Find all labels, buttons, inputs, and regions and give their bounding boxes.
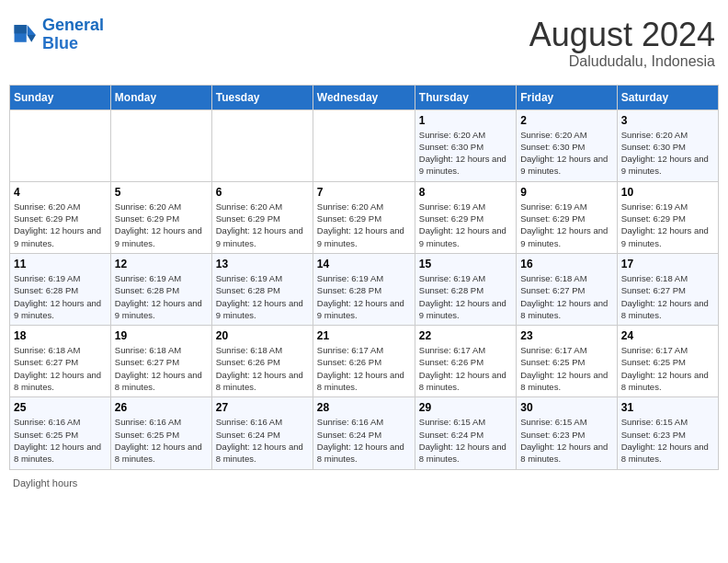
svg-rect-4 [15,25,27,33]
day-number: 31 [621,401,714,414]
subtitle: Dalududalu, Indonesia [529,53,715,70]
calendar-day-header: Monday [110,85,211,109]
day-info: Sunrise: 6:15 AM Sunset: 6:23 PM Dayligh… [621,416,714,465]
day-info: Sunrise: 6:16 AM Sunset: 6:25 PM Dayligh… [115,416,208,465]
calendar-day-header: Saturday [617,85,718,109]
day-number: 1 [419,114,512,127]
calendar-day-header: Sunday [10,85,111,109]
day-info: Sunrise: 6:20 AM Sunset: 6:29 PM Dayligh… [216,201,309,249]
day-number: 9 [520,186,612,199]
calendar-cell: 2Sunrise: 6:20 AM Sunset: 6:30 PM Daylig… [517,109,617,181]
logo-line1: General [42,16,104,34]
calendar-cell [110,109,211,181]
calendar-day-header: Friday [517,85,617,109]
header: General Blue August 2024 Dalududalu, Ind… [9,9,719,77]
calendar-cell: 17Sunrise: 6:18 AM Sunset: 6:27 PM Dayli… [617,253,718,325]
calendar-cell: 11Sunrise: 6:19 AM Sunset: 6:28 PM Dayli… [10,253,111,325]
day-number: 4 [14,186,107,199]
day-number: 26 [115,401,208,414]
day-number: 3 [621,114,714,127]
day-info: Sunrise: 6:17 AM Sunset: 6:26 PM Dayligh… [317,344,411,393]
footer-label: Daylight hours [13,477,77,488]
calendar-cell: 18Sunrise: 6:18 AM Sunset: 6:27 PM Dayli… [10,326,111,397]
day-number: 25 [14,401,107,414]
calendar-week-row: 4Sunrise: 6:20 AM Sunset: 6:29 PM Daylig… [10,181,719,253]
day-info: Sunrise: 6:15 AM Sunset: 6:24 PM Dayligh… [419,416,512,465]
day-number: 24 [621,329,714,342]
day-info: Sunrise: 6:19 AM Sunset: 6:28 PM Dayligh… [14,272,107,321]
day-info: Sunrise: 6:20 AM Sunset: 6:30 PM Dayligh… [520,129,612,178]
calendar-week-row: 25Sunrise: 6:16 AM Sunset: 6:25 PM Dayli… [10,397,719,469]
month-title: August 2024 [529,17,715,53]
day-number: 12 [115,258,208,270]
day-number: 13 [216,258,309,270]
day-number: 22 [419,329,512,342]
day-info: Sunrise: 6:20 AM Sunset: 6:29 PM Dayligh… [115,201,208,249]
calendar-cell: 13Sunrise: 6:19 AM Sunset: 6:28 PM Dayli… [211,253,313,325]
day-number: 18 [14,329,107,342]
day-info: Sunrise: 6:16 AM Sunset: 6:25 PM Dayligh… [14,416,107,465]
day-info: Sunrise: 6:19 AM Sunset: 6:29 PM Dayligh… [419,201,512,249]
calendar-cell [211,109,313,181]
calendar-cell: 4Sunrise: 6:20 AM Sunset: 6:29 PM Daylig… [10,181,111,253]
day-info: Sunrise: 6:18 AM Sunset: 6:26 PM Dayligh… [216,344,309,393]
day-number: 14 [317,258,411,270]
calendar-week-row: 1Sunrise: 6:20 AM Sunset: 6:30 PM Daylig… [10,109,719,181]
calendar-week-row: 11Sunrise: 6:19 AM Sunset: 6:28 PM Dayli… [10,253,719,325]
day-info: Sunrise: 6:19 AM Sunset: 6:28 PM Dayligh… [419,272,512,321]
calendar-cell: 28Sunrise: 6:16 AM Sunset: 6:24 PM Dayli… [313,397,415,469]
day-number: 19 [115,329,208,342]
footer: Daylight hours [9,477,719,488]
logo-line2: Blue [42,34,78,52]
day-info: Sunrise: 6:19 AM Sunset: 6:29 PM Dayligh… [520,201,612,249]
day-number: 27 [216,401,309,414]
calendar-cell: 25Sunrise: 6:16 AM Sunset: 6:25 PM Dayli… [10,397,111,469]
calendar-cell: 29Sunrise: 6:15 AM Sunset: 6:24 PM Dayli… [415,397,516,469]
day-number: 29 [419,401,512,414]
calendar-cell: 21Sunrise: 6:17 AM Sunset: 6:26 PM Dayli… [313,326,415,397]
day-number: 17 [621,258,714,270]
calendar-cell: 15Sunrise: 6:19 AM Sunset: 6:28 PM Dayli… [415,253,516,325]
calendar-day-header: Wednesday [313,85,415,109]
day-info: Sunrise: 6:18 AM Sunset: 6:27 PM Dayligh… [520,272,612,321]
day-info: Sunrise: 6:16 AM Sunset: 6:24 PM Dayligh… [317,416,411,465]
calendar-cell: 5Sunrise: 6:20 AM Sunset: 6:29 PM Daylig… [110,181,211,253]
calendar-header-row: SundayMondayTuesdayWednesdayThursdayFrid… [10,85,719,109]
day-info: Sunrise: 6:20 AM Sunset: 6:29 PM Dayligh… [317,201,411,249]
day-number: 23 [520,329,612,342]
day-info: Sunrise: 6:19 AM Sunset: 6:28 PM Dayligh… [216,272,309,321]
calendar-day-header: Tuesday [211,85,313,109]
calendar-cell: 19Sunrise: 6:18 AM Sunset: 6:27 PM Dayli… [110,326,211,397]
day-number: 6 [216,186,309,199]
calendar-day-header: Thursday [415,85,516,109]
day-number: 5 [115,186,208,199]
day-info: Sunrise: 6:17 AM Sunset: 6:25 PM Dayligh… [520,344,612,393]
calendar-cell: 8Sunrise: 6:19 AM Sunset: 6:29 PM Daylig… [415,181,516,253]
calendar-cell: 9Sunrise: 6:19 AM Sunset: 6:29 PM Daylig… [517,181,617,253]
day-info: Sunrise: 6:20 AM Sunset: 6:30 PM Dayligh… [419,129,512,178]
calendar-cell: 31Sunrise: 6:15 AM Sunset: 6:23 PM Dayli… [617,397,718,469]
calendar-cell [10,109,111,181]
calendar-cell: 23Sunrise: 6:17 AM Sunset: 6:25 PM Dayli… [517,326,617,397]
day-number: 10 [621,186,714,199]
day-number: 20 [216,329,309,342]
day-info: Sunrise: 6:17 AM Sunset: 6:26 PM Dayligh… [419,344,512,393]
calendar-cell: 10Sunrise: 6:19 AM Sunset: 6:29 PM Dayli… [617,181,718,253]
day-info: Sunrise: 6:19 AM Sunset: 6:28 PM Dayligh… [317,272,411,321]
calendar-cell: 1Sunrise: 6:20 AM Sunset: 6:30 PM Daylig… [415,109,516,181]
calendar-cell [313,109,415,181]
day-number: 11 [14,258,107,270]
day-info: Sunrise: 6:18 AM Sunset: 6:27 PM Dayligh… [115,344,208,393]
day-number: 15 [419,258,512,270]
calendar-cell: 14Sunrise: 6:19 AM Sunset: 6:28 PM Dayli… [313,253,415,325]
day-info: Sunrise: 6:20 AM Sunset: 6:29 PM Dayligh… [14,201,107,249]
day-number: 28 [317,401,411,414]
day-info: Sunrise: 6:16 AM Sunset: 6:24 PM Dayligh… [216,416,309,465]
calendar-cell: 3Sunrise: 6:20 AM Sunset: 6:30 PM Daylig… [617,109,718,181]
calendar-cell: 12Sunrise: 6:19 AM Sunset: 6:28 PM Dayli… [110,253,211,325]
calendar-cell: 16Sunrise: 6:18 AM Sunset: 6:27 PM Dayli… [517,253,617,325]
logo: General Blue [13,17,104,53]
calendar-cell: 30Sunrise: 6:15 AM Sunset: 6:23 PM Dayli… [517,397,617,469]
day-info: Sunrise: 6:17 AM Sunset: 6:25 PM Dayligh… [621,344,714,393]
title-area: August 2024 Dalududalu, Indonesia [529,17,715,70]
